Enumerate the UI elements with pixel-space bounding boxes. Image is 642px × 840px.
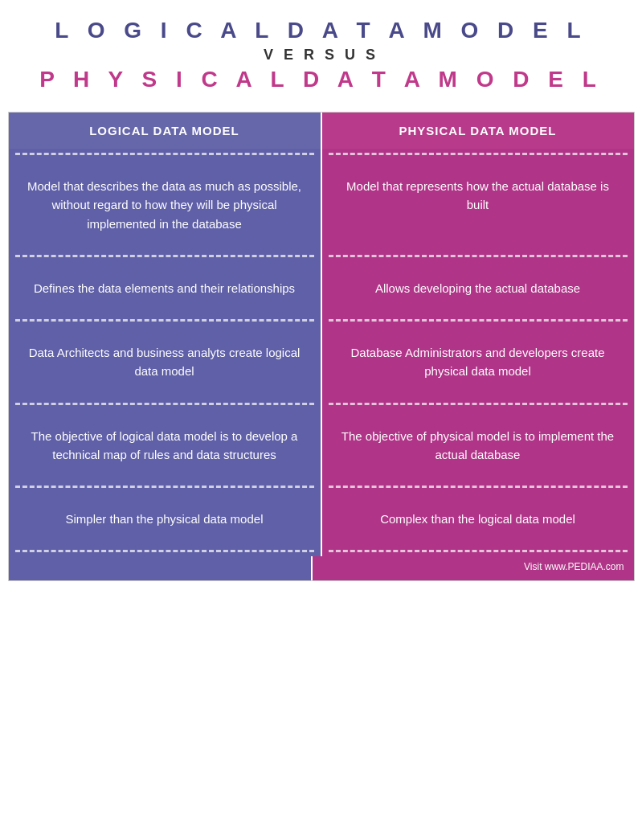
cell-logical-3: Data Architects and business analyts cre…: [9, 326, 322, 399]
table-row: Data Architects and business analyts cre…: [9, 326, 634, 399]
divider-5: [9, 481, 634, 492]
cell-physical-3: Database Administrators and developers c…: [322, 326, 634, 399]
title-versus: V E R S U S: [8, 47, 634, 64]
cell-logical-1: Model that describes the data as much as…: [9, 159, 322, 251]
col-header-logical: LOGICAL DATA MODEL: [9, 113, 322, 149]
title-physical: P H Y S I C A L D A T A M O D E L: [8, 67, 634, 92]
divider-6: [9, 546, 634, 556]
col-header-physical: PHYSICAL DATA MODEL: [322, 113, 634, 149]
table-row: The objective of logical data model is t…: [9, 409, 634, 482]
divider-1: [9, 149, 634, 159]
cell-physical-1: Model that represents how the actual dat…: [322, 159, 634, 251]
title-logical: L O G I C A L D A T A M O D E L: [8, 18, 634, 43]
table-row: Simpler than the physical data model Com…: [9, 492, 634, 546]
cell-logical-5: Simpler than the physical data model: [9, 492, 322, 546]
column-headers: LOGICAL DATA MODEL PHYSICAL DATA MODEL: [9, 113, 634, 149]
comparison-table: LOGICAL DATA MODEL PHYSICAL DATA MODEL M…: [8, 112, 635, 581]
footer-row: Visit www.PEDIAA.com: [9, 556, 634, 580]
divider-4: [9, 399, 634, 409]
table-row: Model that describes the data as much as…: [9, 159, 634, 251]
cell-logical-4: The objective of logical data model is t…: [9, 409, 322, 482]
table-row: Defines the data elements and their rela…: [9, 261, 634, 315]
cell-logical-2: Defines the data elements and their rela…: [9, 261, 322, 315]
footer-spacer: [9, 556, 313, 580]
cell-physical-2: Allows developing the actual database: [322, 261, 634, 315]
divider-3: [9, 315, 634, 326]
attribution: Visit www.PEDIAA.com: [313, 556, 634, 580]
header: L O G I C A L D A T A M O D E L V E R S …: [0, 0, 642, 97]
cell-physical-4: The objective of physical model is to im…: [322, 409, 634, 482]
cell-physical-5: Complex than the logical data model: [322, 492, 634, 546]
divider-2: [9, 251, 634, 261]
